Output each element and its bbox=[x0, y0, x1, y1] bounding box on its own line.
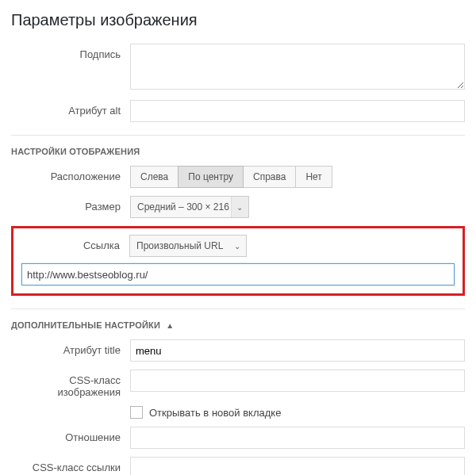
title-attr-input[interactable] bbox=[130, 339, 465, 362]
link-highlight-box: Ссылка Произвольный URL ⌄ bbox=[11, 226, 465, 296]
caption-textarea[interactable] bbox=[130, 44, 465, 90]
chevron-down-icon: ⌄ bbox=[228, 236, 246, 256]
chevron-down-icon: ⌄ bbox=[231, 197, 248, 217]
alt-input[interactable] bbox=[130, 100, 465, 122]
align-none-button[interactable]: Нет bbox=[295, 166, 332, 188]
divider bbox=[11, 308, 465, 309]
display-settings-heading: НАСТРОЙКИ ОТОБРАЖЕНИЯ bbox=[11, 147, 465, 156]
link-url-input[interactable] bbox=[21, 263, 455, 285]
align-button-group: Слева По центру Справа Нет bbox=[130, 166, 465, 188]
align-left-button[interactable]: Слева bbox=[130, 166, 178, 188]
alt-label: Атрибут alt bbox=[11, 100, 130, 117]
size-select-value: Средний – 300 × 216 bbox=[137, 201, 229, 213]
divider bbox=[11, 135, 465, 136]
new-tab-label: Открывать в новой вкладке bbox=[149, 407, 281, 419]
page-title: Параметры изображения bbox=[11, 11, 465, 29]
size-select[interactable]: Средний – 300 × 216 ⌄ bbox=[130, 196, 249, 218]
caption-label: Подпись bbox=[11, 44, 130, 60]
advanced-settings-label: ДОПОЛНИТЕЛЬНЫЕ НАСТРОЙКИ bbox=[11, 320, 160, 330]
align-right-button[interactable]: Справа bbox=[243, 166, 296, 188]
link-type-select[interactable]: Произвольный URL ⌄ bbox=[129, 235, 247, 257]
caret-up-icon: ▲ bbox=[166, 321, 174, 330]
size-label: Размер bbox=[11, 196, 130, 213]
title-attr-label: Атрибут title bbox=[11, 339, 130, 356]
rel-input[interactable] bbox=[130, 427, 465, 449]
new-tab-checkbox[interactable] bbox=[130, 406, 143, 419]
link-css-label: CSS-класс ссылки bbox=[11, 457, 130, 473]
link-label: Ссылка bbox=[21, 235, 129, 251]
advanced-settings-heading[interactable]: ДОПОЛНИТЕЛЬНЫЕ НАСТРОЙКИ ▲ bbox=[11, 320, 465, 330]
align-center-button[interactable]: По центру bbox=[178, 166, 244, 188]
link-css-input[interactable] bbox=[130, 457, 465, 475]
rel-label: Отношение bbox=[11, 427, 130, 443]
img-css-input[interactable] bbox=[130, 370, 465, 392]
align-label: Расположение bbox=[11, 166, 130, 182]
link-type-select-value: Произвольный URL bbox=[136, 240, 223, 251]
img-css-label: CSS-класс изображения bbox=[11, 370, 130, 398]
